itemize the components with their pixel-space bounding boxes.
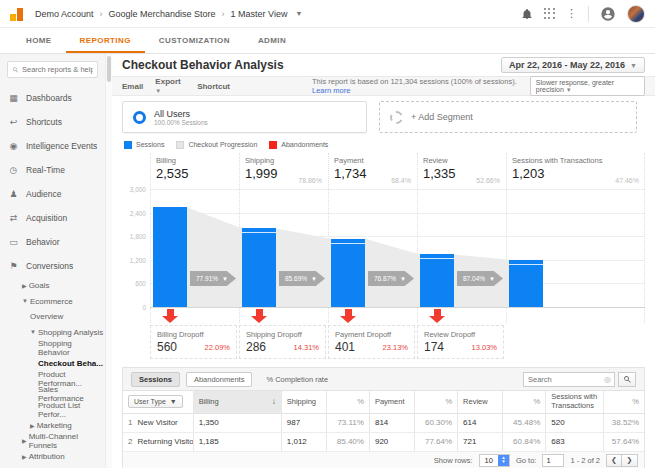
- column-header-billing[interactable]: Billing↓: [193, 391, 281, 413]
- sidebar-item-sales-performance[interactable]: Sales Performance: [0, 387, 105, 403]
- column-header-percent[interactable]: %: [604, 391, 644, 413]
- legend-swatch: [269, 141, 277, 149]
- dimension-selector-button[interactable]: User Type▼: [128, 395, 183, 408]
- cell-value: 614: [458, 413, 503, 432]
- column-header-sessions-with-transactions[interactable]: Sessions with Transactions: [546, 391, 604, 413]
- funnel-step-value: 1,999: [245, 166, 278, 181]
- sidebar-search[interactable]: [7, 61, 98, 78]
- sessions-bar[interactable]: [420, 254, 454, 307]
- segment-all-users[interactable]: All Users 100.00% Sessions: [122, 101, 367, 133]
- stepper-icon[interactable]: ▲▼: [498, 455, 509, 466]
- breadcrumb-item[interactable]: 1 Master View: [231, 9, 288, 19]
- table-search-input[interactable]: [523, 372, 601, 387]
- segment-donut-icon: [133, 111, 146, 124]
- sessions-bar[interactable]: [509, 260, 543, 307]
- real-time-icon: ◷: [8, 165, 19, 175]
- sidebar-item-conversions[interactable]: ⚑Conversions: [0, 254, 105, 278]
- continuation-rate-chip[interactable]: 87.04%▼: [457, 271, 503, 286]
- notifications-bell-icon[interactable]: [521, 8, 533, 20]
- sidebar-item-shopping-analysis[interactable]: ▼Shopping Analysis: [0, 325, 105, 341]
- goto-page-input[interactable]: [542, 454, 564, 467]
- sidebar-item-checkout-beha-[interactable]: Checkout Beha...: [0, 356, 105, 372]
- table-tab-sessions[interactable]: Sessions: [131, 372, 180, 387]
- sidebar-item-real-time[interactable]: ◷Real-Time: [0, 158, 105, 182]
- cell-value: 987: [281, 413, 326, 432]
- sidebar-item-label: Conversions: [26, 261, 73, 271]
- add-segment-button[interactable]: + Add Segment: [379, 101, 637, 133]
- sidebar-item-intelligence-events[interactable]: ◉Intelligence Events: [0, 134, 105, 158]
- report-toolbar: Email Export ▼ Shortcut This report is b…: [112, 76, 655, 96]
- continuation-rate-chip[interactable]: 85.69%▼: [279, 271, 325, 286]
- table-tab-abandonments[interactable]: Abandonments: [186, 372, 252, 387]
- sidebar-item-product-list-perfor-[interactable]: Product List Perfor...: [0, 402, 105, 418]
- sidebar-scrollbar[interactable]: [105, 54, 112, 468]
- dimension-label: User Type: [134, 398, 166, 405]
- date-range-selector[interactable]: Apr 22, 2016 - May 22, 2016▼: [501, 57, 645, 73]
- chevron-down-icon: ▼: [489, 276, 495, 282]
- sidebar-item-product-performan-[interactable]: Product Performan...: [0, 371, 105, 387]
- sidebar-item-shopping-behavior[interactable]: Shopping Behavior: [0, 340, 105, 356]
- sessions-bar[interactable]: [153, 207, 187, 307]
- continuation-rate-value: 76.87%: [374, 275, 396, 282]
- tab-reporting[interactable]: REPORTING: [66, 28, 145, 53]
- row-label[interactable]: 2Returning Visitor: [123, 432, 193, 451]
- more-options-icon[interactable]: ⋮: [566, 8, 577, 19]
- continuation-rate-chip[interactable]: 76.87%▼: [368, 271, 414, 286]
- row-dimension-value: New Visitor: [137, 418, 177, 427]
- shortcut-button[interactable]: Shortcut: [197, 82, 230, 91]
- chevron-down-icon: ▼: [400, 276, 406, 282]
- apps-grid-icon[interactable]: [544, 8, 555, 19]
- breadcrumb-item[interactable]: Google Merchandise Store: [109, 9, 216, 19]
- sessions-bar[interactable]: [242, 228, 276, 307]
- column-header-percent[interactable]: %: [415, 391, 458, 413]
- column-header-review[interactable]: Review: [458, 391, 503, 413]
- sidebar-item-goals[interactable]: ▶Goals: [0, 278, 105, 294]
- funnel-step-name: Payment: [334, 156, 364, 165]
- precision-selector[interactable]: Slower response, greater precision ▼: [530, 76, 645, 96]
- header-divider: [588, 6, 589, 22]
- sidebar-item-marketing[interactable]: ▶Marketing: [0, 418, 105, 434]
- dropoff-name: Payment Dropoff: [335, 330, 391, 339]
- show-rows-select[interactable]: 10 ▲▼: [479, 454, 510, 467]
- cell-value: 77.64%: [415, 432, 458, 451]
- advanced-search-icon[interactable]: ◎: [601, 372, 615, 387]
- chevron-down-icon: ▼: [222, 276, 228, 282]
- sidebar-item-multi-channel-funnels[interactable]: ▶Multi-Channel Funnels: [0, 433, 105, 449]
- sidebar-item-overview[interactable]: Overview: [0, 309, 105, 325]
- completion-rate-toggle[interactable]: % Completion rate: [266, 375, 328, 384]
- goto-label: Go to:: [516, 456, 536, 465]
- sidebar-item-behavior[interactable]: ▭Behavior: [0, 230, 105, 254]
- sidebar-item-label: Overview: [30, 312, 63, 321]
- prev-page-button[interactable]: ❮: [606, 454, 622, 467]
- email-button[interactable]: Email: [122, 82, 143, 91]
- row-label[interactable]: 1New Visitor: [123, 413, 193, 432]
- account-circle-icon[interactable]: [600, 6, 616, 22]
- sessions-bar[interactable]: [331, 239, 365, 307]
- sidebar-item-dashboards[interactable]: ▦Dashboards: [0, 86, 105, 110]
- export-button[interactable]: Export ▼: [155, 77, 185, 95]
- column-header-shipping[interactable]: Shipping: [281, 391, 326, 413]
- table-row: 1New Visitor1,35098773.11%81460.30%61445…: [123, 413, 644, 432]
- sidebar-item-shortcuts[interactable]: ↩Shortcuts: [0, 110, 105, 134]
- user-avatar[interactable]: [627, 5, 645, 23]
- segment-subtitle: 100.00% Sessions: [154, 119, 208, 126]
- sidebar-item-attribution[interactable]: ▶Attribution: [0, 449, 105, 465]
- column-header-percent[interactable]: %: [326, 391, 369, 413]
- tab-admin[interactable]: ADMIN: [244, 28, 300, 53]
- learn-more-link[interactable]: Learn more: [312, 86, 350, 95]
- column-header-payment[interactable]: Payment: [369, 391, 414, 413]
- continuation-rate-chip[interactable]: 77.91%▼: [190, 271, 236, 286]
- tab-customization[interactable]: CUSTOMIZATION: [145, 28, 244, 53]
- search-submit-button[interactable]: [618, 372, 636, 387]
- sidebar-item-audience[interactable]: ♟Audience: [0, 182, 105, 206]
- funnel-step-percent: 68.4%: [391, 177, 411, 184]
- breadcrumb-item[interactable]: Demo Account: [35, 9, 94, 19]
- tab-home[interactable]: HOME: [12, 28, 66, 53]
- next-page-button[interactable]: ❯: [622, 454, 638, 467]
- add-segment-circle-icon: [390, 111, 403, 124]
- sidebar-search-input[interactable]: [22, 65, 93, 74]
- column-header-percent[interactable]: %: [503, 391, 546, 413]
- sidebar-item-ecommerce[interactable]: ▼Ecommerce: [0, 294, 105, 310]
- sidebar-item-acquisition[interactable]: ⇄Acquisition: [0, 206, 105, 230]
- shortcuts-icon: ↩: [8, 117, 19, 127]
